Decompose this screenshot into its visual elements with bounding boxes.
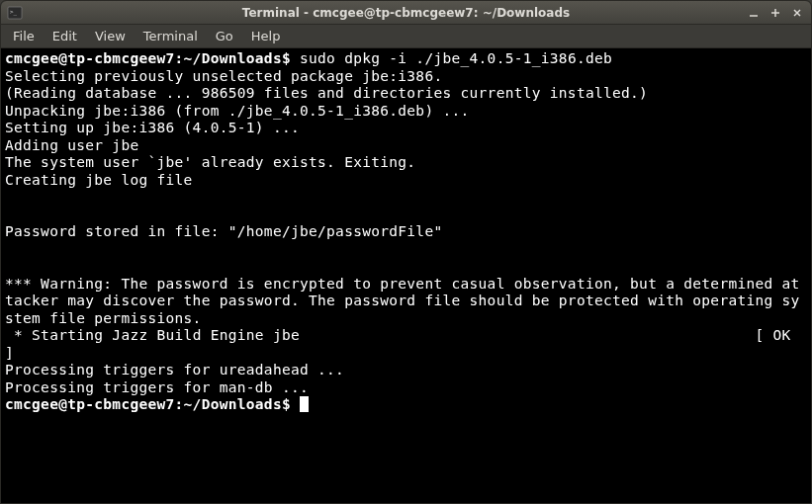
titlebar: >_ Terminal - cmcgee@tp-cbmcgeew7: ~/Dow…: [1, 1, 811, 25]
menubar: File Edit View Terminal Go Help: [1, 25, 811, 48]
menu-terminal[interactable]: Terminal: [135, 27, 206, 45]
shell-prompt: cmcgee@tp-cbmcgeew7:~/Downloads$: [5, 396, 291, 412]
output-line: (Reading database ... 986509 files and d…: [5, 85, 648, 101]
menu-go[interactable]: Go: [208, 27, 241, 45]
terminal-app-icon: >_: [7, 5, 23, 21]
output-line: Adding user jbe: [5, 137, 138, 153]
shell-command: sudo dpkg -i ./jbe_4.0.5-1_i386.deb: [300, 50, 612, 66]
output-line: Selecting previously unselected package …: [5, 68, 442, 84]
window-controls: [746, 5, 805, 21]
output-line: Processing triggers for ureadahead ...: [5, 362, 344, 378]
output-line: Processing triggers for man-db ...: [5, 379, 309, 395]
menu-file[interactable]: File: [5, 27, 43, 45]
shell-prompt: cmcgee@tp-cbmcgeew7:~/Downloads$: [5, 50, 291, 66]
output-line: Password stored in file: "/home/jbe/pass…: [5, 223, 442, 239]
output-line: Unpacking jbe:i386 (from ./jbe_4.0.5-1_i…: [5, 103, 470, 119]
output-line: Setting up jbe:i386 (4.0.5-1) ...: [5, 120, 300, 135]
menu-edit[interactable]: Edit: [45, 27, 85, 45]
output-line: *** Warning: The password is encrypted t…: [5, 276, 800, 326]
terminal-cursor: [300, 396, 309, 412]
output-line: The system user `jbe' already exists. Ex…: [5, 154, 415, 170]
close-button[interactable]: [789, 5, 805, 21]
window-title: Terminal - cmcgee@tp-cbmcgeew7: ~/Downlo…: [242, 6, 570, 20]
terminal-output[interactable]: cmcgee@tp-cbmcgeew7:~/Downloads$ sudo dp…: [1, 48, 811, 504]
menu-help[interactable]: Help: [243, 27, 289, 45]
maximize-button[interactable]: [767, 5, 783, 21]
minimize-button[interactable]: [746, 5, 762, 21]
menu-view[interactable]: View: [87, 27, 134, 45]
svg-text:>_: >_: [10, 8, 18, 16]
output-line: Creating jbe log file: [5, 172, 193, 188]
output-line: * Starting Jazz Build Engine jbe [ OK ]: [5, 327, 800, 361]
